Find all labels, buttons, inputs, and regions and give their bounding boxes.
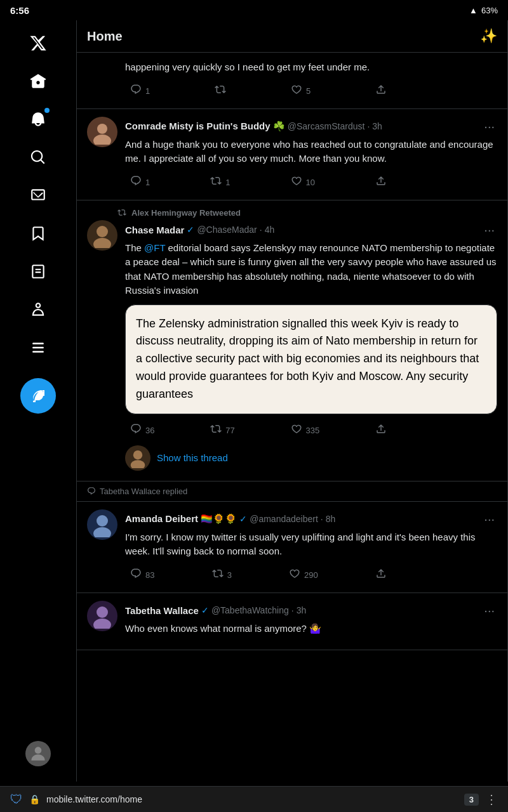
tweet-text-misty: And a huge thank you to everyone who has…	[125, 138, 497, 166]
show-thread-link[interactable]: Show this thread	[157, 452, 228, 463]
user-avatar-sidebar[interactable]	[25, 741, 51, 766]
main-header: Home ✨	[77, 20, 507, 53]
sidebar-item-more[interactable]	[20, 330, 56, 365]
tweet-more-tabetha[interactable]: ···	[481, 601, 497, 620]
shield-icon: 🛡	[10, 792, 23, 807]
sidebar-item-bookmarks[interactable]	[20, 216, 56, 251]
quote-card-text: The Zelensky administration signalled th…	[136, 317, 479, 401]
sidebar-item-messages[interactable]	[20, 178, 56, 213]
tweet-handle-tabetha: @TabethaWatching	[211, 605, 289, 615]
wifi-icon: ▲	[469, 6, 478, 15]
tab-count[interactable]: 3	[464, 794, 479, 806]
sidebar-item-notifications[interactable]	[20, 102, 56, 137]
svg-point-10	[93, 619, 111, 629]
avatar-amanda[interactable]	[87, 509, 117, 540]
status-icons: ▲ 63%	[469, 6, 498, 15]
main-content: Home ✨ happening very quickly so I need …	[76, 20, 508, 782]
retweet-label: Alex Hemingway Retweeted	[117, 208, 497, 218]
tweet-more-amanda[interactable]: ···	[481, 509, 497, 529]
retweet-icon	[212, 568, 224, 582]
retweet-count-misty: 1	[225, 178, 230, 187]
like-count: 5	[306, 86, 311, 96]
like-button-misty[interactable]: 10	[286, 173, 320, 192]
reply-count-amanda: 83	[145, 570, 154, 580]
like-count-amanda: 290	[304, 570, 318, 580]
tweet-name-tabetha: Tabetha Wallace	[125, 605, 199, 616]
like-count-misty: 10	[306, 178, 315, 187]
reply-icon	[130, 175, 142, 190]
retweet-icon	[210, 423, 222, 438]
svg-point-1	[97, 124, 107, 134]
tweet-time-amanda: 8h	[326, 514, 336, 524]
share-icon	[375, 175, 387, 190]
sparkle-icon[interactable]: ✨	[480, 28, 497, 44]
reply-count-chase: 36	[145, 426, 154, 435]
compose-button[interactable]	[20, 378, 56, 414]
tweet-text-amanda: I'm sorry. I know my twitter is usually …	[125, 530, 497, 559]
like-icon	[291, 84, 302, 98]
reply-count: 1	[145, 86, 150, 96]
reply-context-label: Tabetha Wallace replied	[100, 487, 187, 496]
reply-count-misty: 1	[145, 178, 150, 187]
svg-point-4	[93, 238, 111, 248]
reply-button-chase[interactable]: 36	[125, 421, 159, 440]
avatar-tabetha[interactable]	[87, 601, 117, 631]
share-button-amanda[interactable]	[370, 565, 392, 585]
quote-card-chase[interactable]: The Zelensky administration signalled th…	[125, 304, 497, 414]
battery-text: 63%	[481, 6, 498, 15]
status-time: 6:56	[10, 5, 29, 16]
verified-badge-tabetha: ✓	[201, 605, 209, 615]
sidebar-item-search[interactable]	[20, 140, 56, 175]
reply-context-tabetha: Tabetha Wallace replied	[77, 481, 507, 502]
verified-badge-chase: ✓	[187, 225, 194, 235]
tweet-more-chase[interactable]: ···	[481, 220, 497, 240]
like-button-chase[interactable]: 335	[286, 421, 325, 440]
retweet-button-misty[interactable]: 1	[205, 173, 235, 192]
retweet-button-amanda[interactable]: 3	[207, 565, 237, 585]
page-title: Home	[87, 29, 123, 44]
like-button-amanda[interactable]: 290	[284, 565, 323, 585]
avatar-chase[interactable]	[87, 220, 117, 251]
tweet-handle-amanda: @amandadeibert	[250, 514, 318, 524]
tweet-time-tabetha: 3h	[297, 605, 307, 615]
tweet-amanda: Amanda Deibert 🏳️‍🌈🌻🌻 ✓ @amandadeibert ·…	[77, 502, 507, 593]
tweet-actions: 1 5	[125, 81, 392, 101]
tweet-name-misty: Comrade Misty is Putin's Buddy ☘️	[125, 121, 285, 132]
share-button-misty[interactable]	[370, 173, 392, 192]
svg-point-7	[97, 515, 108, 527]
browser-bar: 🛡 🔒 mobile.twitter.com/home 3 ⋮	[0, 786, 508, 812]
retweet-icon	[210, 175, 222, 190]
reply-icon	[130, 423, 142, 438]
reply-button-amanda[interactable]: 83	[125, 565, 159, 585]
reply-button[interactable]: 1	[125, 81, 155, 101]
tweet-tabetha: Tabetha Wallace ✓ @TabethaWatching · 3h …	[77, 593, 507, 651]
tweet-chase: Alex Hemingway Retweeted Chase Madar ✓ @…	[77, 200, 507, 481]
reply-button-misty[interactable]: 1	[125, 173, 155, 192]
reply-icon	[130, 84, 142, 98]
svg-point-0	[35, 747, 42, 754]
avatar-misty[interactable]	[87, 117, 117, 147]
share-icon	[375, 423, 387, 438]
sidebar-item-home[interactable]	[20, 63, 56, 99]
like-button[interactable]: 5	[286, 81, 316, 101]
like-icon	[291, 175, 302, 190]
like-icon	[291, 423, 302, 438]
share-button[interactable]	[370, 81, 392, 101]
tweet-name-chase: Chase Madar	[125, 225, 184, 235]
sidebar-item-lists[interactable]	[20, 254, 56, 289]
show-thread-section: Show this thread	[87, 440, 497, 473]
browser-more-icon[interactable]: ⋮	[485, 792, 498, 807]
twitter-logo-icon[interactable]	[20, 25, 56, 61]
share-button-chase[interactable]	[370, 421, 392, 440]
lock-icon: 🔒	[29, 794, 40, 804]
browser-url[interactable]: mobile.twitter.com/home	[46, 794, 458, 804]
tweet-more-misty[interactable]: ···	[481, 117, 497, 136]
retweet-count-amanda: 3	[227, 570, 232, 580]
sidebar-item-profile[interactable]	[20, 292, 56, 327]
tweet-handle-misty: @SarcasmStardust	[288, 121, 365, 131]
tweet-text-chase: The @FT editorial board says Zelenskyy m…	[125, 241, 497, 298]
sidebar	[0, 20, 76, 774]
svg-point-9	[97, 606, 108, 618]
retweet-button-chase[interactable]: 77	[205, 421, 239, 440]
retweet-button[interactable]	[210, 81, 231, 101]
